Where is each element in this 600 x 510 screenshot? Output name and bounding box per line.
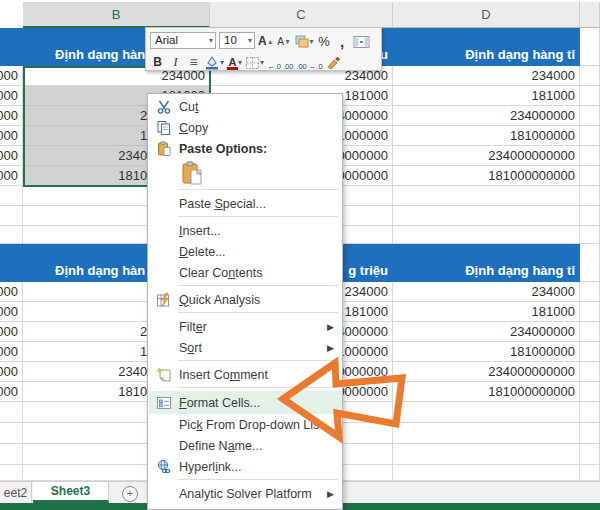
menu-item-filter[interactable]: Filter▶ [149, 316, 342, 337]
row-cell-a[interactable]: 000 [0, 106, 23, 126]
row-cell-a[interactable]: 000 [0, 126, 23, 146]
empty-row-cell-d[interactable] [393, 402, 580, 423]
row-cell-d[interactable]: 234000000 [393, 106, 580, 126]
row-cell-a[interactable]: 000 [0, 322, 23, 342]
menu-item-insert[interactable]: Insert... [149, 220, 342, 241]
column-header-B[interactable]: B [23, 2, 210, 28]
empty-row-cell-d[interactable] [393, 423, 580, 444]
new-sheet-button[interactable]: + [122, 486, 138, 502]
empty-row-cell-e[interactable] [580, 402, 600, 423]
sheet-tab-sheet2[interactable]: eet2 [0, 482, 32, 503]
row-cell-e[interactable] [580, 302, 600, 322]
row-cell-e[interactable] [580, 382, 600, 402]
row-cell-a[interactable]: 000 [0, 146, 23, 166]
row-cell-a[interactable]: 000 [0, 302, 23, 322]
font-size-select[interactable]: 10 ▾ [219, 32, 255, 49]
empty-row-cell-a[interactable] [0, 402, 23, 423]
empty-row-cell-e[interactable] [580, 444, 600, 465]
format-painter-icon[interactable] [326, 53, 341, 70]
empty-row-cell-a[interactable] [0, 186, 23, 206]
menu-item-copy[interactable]: Copy [149, 117, 342, 138]
row-cell-a[interactable]: 000 [0, 342, 23, 362]
menu-item-delete[interactable]: Delete... [149, 241, 342, 262]
row-cell-d[interactable]: 234000000000 [393, 362, 580, 382]
menu-item-analytic-solver[interactable]: Analytic Solver Platform▶ [149, 483, 342, 504]
row-cell-d[interactable]: 234000 [393, 282, 580, 302]
table-header-cell-e[interactable] [580, 244, 600, 282]
increase-decimal-button[interactable]: ←.0 .00 [267, 53, 293, 70]
bold-button[interactable]: B [150, 53, 165, 70]
sheet-tab-sheet3[interactable]: Sheet3 [33, 482, 109, 503]
merge-cells-icon[interactable] [353, 32, 370, 49]
menu-item-paste-special[interactable]: Paste Special... [149, 193, 342, 214]
menu-item-quick-analysis[interactable]: Quick Analysis [149, 289, 342, 310]
column-header-D[interactable]: D [393, 2, 580, 28]
row-cell-d[interactable]: 181000 [393, 302, 580, 322]
row-cell-a[interactable]: 000 [0, 362, 23, 382]
decrease-decimal-button[interactable]: .00 →.0 [296, 53, 322, 70]
borders-button[interactable]: ▾ [245, 53, 264, 70]
row-cell-e[interactable] [580, 106, 600, 126]
empty-row-cell-a[interactable] [0, 206, 23, 226]
row-cell-a[interactable]: 000 [0, 282, 23, 302]
menu-item-clear-contents[interactable]: Clear Contents [149, 262, 342, 283]
empty-row-cell-d[interactable] [393, 226, 580, 244]
row-cell-d[interactable]: 181000000 [393, 126, 580, 146]
paste-swatch-button[interactable] [181, 161, 203, 185]
menu-item-paste-swatch[interactable] [149, 159, 342, 187]
row-cell-d[interactable]: 234000 [393, 66, 580, 86]
align-center-button[interactable]: ≡ [186, 53, 201, 70]
row-cell-a[interactable]: 000 [0, 382, 23, 402]
empty-row-cell-e[interactable] [580, 423, 600, 444]
menu-item-hyperlink[interactable]: Hyperlink... [149, 456, 342, 477]
row-cell-a[interactable]: 000 [0, 66, 23, 86]
row-cell-e[interactable] [580, 342, 600, 362]
row-cell-e[interactable] [580, 166, 600, 186]
row-cell-d[interactable]: 181000000000 [393, 382, 580, 402]
empty-row-cell-a[interactable] [0, 465, 23, 481]
comma-style-button[interactable]: , [335, 32, 350, 49]
empty-row-cell-e[interactable] [580, 206, 600, 226]
fill-color-button[interactable]: ▾ [204, 53, 224, 70]
menu-item-insert-comment[interactable]: Insert Comment [149, 364, 342, 385]
row-cell-e[interactable] [580, 66, 600, 86]
row-cell-d[interactable]: 234000000 [393, 322, 580, 342]
column-header-C[interactable]: C [210, 2, 393, 28]
font-name-select[interactable]: Arial ▾ [150, 32, 216, 49]
empty-row-cell-a[interactable] [0, 226, 23, 244]
font-color-button[interactable]: A ▾ [227, 53, 242, 70]
row-cell-e[interactable] [580, 126, 600, 146]
empty-row-cell-e[interactable] [580, 465, 600, 481]
percent-style-button[interactable]: % [317, 32, 332, 49]
row-cell-e[interactable] [580, 322, 600, 342]
row-cell-d[interactable]: 234000000000 [393, 146, 580, 166]
row-cell-a[interactable]: 000 [0, 166, 23, 186]
row-cell-d[interactable]: 181000000000 [393, 166, 580, 186]
empty-row-cell-d[interactable] [393, 465, 580, 481]
cell-styles-icon[interactable]: ▾ [295, 32, 314, 49]
row-cell-e[interactable] [580, 86, 600, 106]
empty-row-cell-a[interactable] [0, 444, 23, 465]
row-cell-d[interactable]: 181000 [393, 86, 580, 106]
empty-row-cell-d[interactable] [393, 206, 580, 226]
empty-row-cell-d[interactable] [393, 444, 580, 465]
table-header-cell-e[interactable] [580, 28, 600, 66]
row-cell-a[interactable]: 000 [0, 86, 23, 106]
menu-item-pick-from-dropdown[interactable]: Pick From Drop-down List... [149, 414, 342, 435]
empty-row-cell-e[interactable] [580, 226, 600, 244]
row-cell-e[interactable] [580, 146, 600, 166]
shrink-font-button[interactable]: A▼ [277, 32, 292, 49]
grow-font-button[interactable]: A▲ [258, 32, 274, 49]
row-cell-e[interactable] [580, 362, 600, 382]
menu-item-sort[interactable]: Sort▶ [149, 337, 342, 358]
row-cell-e[interactable] [580, 282, 600, 302]
column-header-E[interactable] [580, 2, 600, 28]
menu-item-cut[interactable]: Cut [149, 96, 342, 117]
empty-row-cell-e[interactable] [580, 186, 600, 206]
row-cell-d[interactable]: 181000000 [393, 342, 580, 362]
menu-item-define-name[interactable]: Define Name... [149, 435, 342, 456]
empty-row-cell-a[interactable] [0, 423, 23, 444]
italic-button[interactable]: I [168, 53, 183, 70]
menu-item-paste-options[interactable]: Paste Options: [149, 138, 342, 159]
empty-row-cell-d[interactable] [393, 186, 580, 206]
